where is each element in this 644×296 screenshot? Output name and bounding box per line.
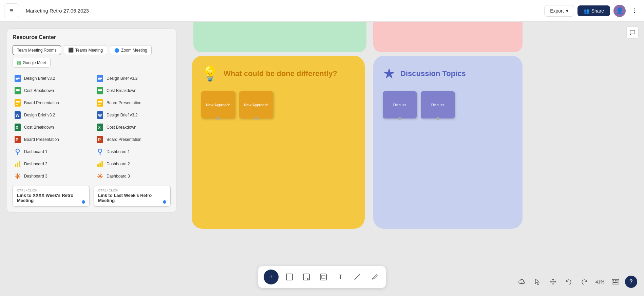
- list-item[interactable]: W Design Brief v3.2: [13, 110, 88, 121]
- link-xxxx-retro-button[interactable]: CTRL+CLICK Link to XXXX Week's Retro Mee…: [13, 186, 90, 207]
- help-icon: ?: [629, 279, 633, 285]
- excel-icon: X: [14, 124, 21, 131]
- chevron-down-icon: ▾: [566, 8, 568, 14]
- share-button[interactable]: 👥 Share: [577, 5, 610, 16]
- sticky-note-dot: [217, 117, 220, 120]
- list-item[interactable]: Design Brief v3.2: [13, 73, 88, 84]
- cloud-icon: [518, 279, 526, 285]
- docs-icon: [14, 75, 21, 82]
- file-name: Cost Breakdown: [107, 88, 136, 93]
- svg-rect-67: [615, 280, 616, 281]
- file-name: Dashboard 1: [107, 149, 130, 154]
- canvas[interactable]: Resource Center Team Meeting Rooms ⬛ Tea…: [0, 22, 644, 296]
- line-tool-button[interactable]: [351, 271, 363, 283]
- file-name: Dashboard 2: [107, 162, 130, 166]
- more-icon: ⋮: [632, 7, 637, 14]
- resource-tabs: Team Meeting Rooms ⬛ Teams Meeting ⬤ Zoo…: [13, 45, 171, 68]
- tab-zoom-meeting[interactable]: ⬤ Zoom Meeting: [110, 45, 152, 55]
- list-item[interactable]: Dashboard 2: [13, 159, 88, 169]
- discuss-note[interactable]: Discuss: [421, 91, 455, 118]
- move-tool-button[interactable]: [547, 276, 559, 288]
- svg-point-36: [16, 149, 19, 152]
- svg-rect-69: [613, 282, 618, 283]
- more-menu-button[interactable]: ⋮: [629, 5, 640, 16]
- redo-button[interactable]: [578, 276, 590, 288]
- bulb-icon: 💡: [201, 65, 219, 82]
- svg-rect-41: [17, 163, 18, 167]
- help-button[interactable]: ?: [625, 276, 637, 288]
- text-tool-icon: T: [339, 274, 342, 280]
- link-label: Link to XXXX Week's Retro Meeting: [17, 193, 85, 203]
- list-item[interactable]: Dashboard 3: [95, 171, 171, 182]
- list-item[interactable]: Cost Breakdown: [13, 85, 88, 96]
- file-name: Dashboard 3: [107, 174, 130, 179]
- tab-label: Zoom Meeting: [121, 48, 147, 53]
- tab-google-meet[interactable]: ▦ Google Meet: [13, 58, 51, 68]
- slides-icon: [96, 99, 104, 107]
- document-title: Marketing Retro 27.06.2023: [22, 6, 92, 16]
- file-name: Dashboard 1: [24, 149, 48, 154]
- export-label: Export: [550, 8, 564, 14]
- ppt-icon: P: [96, 136, 104, 143]
- doc-title-area: Marketing Retro 27.06.2023: [22, 6, 541, 16]
- list-item[interactable]: X Cost Breakdown: [13, 122, 88, 133]
- chat-icon: [629, 30, 636, 36]
- keyboard-shortcuts-button[interactable]: [609, 276, 622, 288]
- chat-icon-button[interactable]: [626, 26, 639, 39]
- svg-rect-10: [16, 90, 20, 91]
- undo-button[interactable]: [563, 276, 575, 288]
- list-item[interactable]: Dashboard 3: [13, 171, 88, 182]
- list-item[interactable]: Board Presentation: [95, 97, 171, 108]
- avatar[interactable]: 👤: [613, 5, 626, 17]
- list-item[interactable]: X Cost Breakdown: [95, 122, 171, 133]
- list-item[interactable]: Dashboard 2: [95, 159, 171, 169]
- svg-rect-44: [99, 163, 101, 167]
- share-icon: 👥: [584, 8, 589, 14]
- sticky-note[interactable]: New Approach: [201, 91, 235, 118]
- list-item[interactable]: Dashboard 1: [13, 146, 88, 157]
- svg-rect-5: [98, 77, 102, 77]
- slides-icon: [14, 99, 21, 107]
- svg-rect-19: [16, 104, 18, 105]
- pen-tool-button[interactable]: [368, 271, 380, 283]
- add-button[interactable]: +: [264, 270, 279, 284]
- star-icon: ★: [383, 65, 396, 82]
- svg-rect-17: [16, 101, 20, 102]
- rectangle-tool-button[interactable]: [283, 271, 296, 283]
- hamburger-button[interactable]: ☰: [4, 3, 19, 18]
- sticky-note-tool-button[interactable]: [300, 271, 312, 283]
- file-name: Design Brief v3.2: [107, 76, 137, 81]
- tab-team-meeting-rooms[interactable]: Team Meeting Rooms: [13, 45, 61, 55]
- list-item[interactable]: Board Presentation: [13, 97, 88, 108]
- move-icon: [550, 278, 556, 285]
- export-button[interactable]: Export ▾: [544, 5, 574, 17]
- pointer-tool-button[interactable]: [531, 276, 544, 288]
- tab-teams-meeting[interactable]: ⬛ Teams Meeting: [64, 45, 107, 55]
- list-item[interactable]: W Design Brief v3.2: [95, 110, 171, 121]
- zoom-level: 41%: [594, 279, 606, 284]
- discuss-note-label: Discuss: [393, 103, 406, 107]
- svg-rect-13: [98, 89, 102, 90]
- cloud-save-button[interactable]: [516, 276, 528, 288]
- text-tool-button[interactable]: T: [334, 271, 346, 283]
- sticky-note[interactable]: New Approach: [239, 91, 273, 118]
- hamburger-icon: ☰: [10, 8, 14, 13]
- link-last-retro-button[interactable]: CTRL+CLICK Link to Last Week's Retro Mee…: [94, 186, 171, 207]
- list-item[interactable]: Design Brief v3.2: [95, 73, 171, 84]
- keyboard-icon: [612, 279, 619, 284]
- tab-label: Team Meeting Rooms: [17, 48, 57, 53]
- frame-tool-button[interactable]: [317, 271, 329, 283]
- line-icon: [354, 273, 361, 281]
- zoom-icon: ⬤: [114, 48, 119, 53]
- discuss-note[interactable]: Discuss: [383, 91, 417, 118]
- list-item[interactable]: Cost Breakdown: [95, 85, 171, 96]
- resource-center-panel: Resource Center Team Meeting Rooms ⬛ Tea…: [7, 29, 176, 212]
- file-name: Cost Breakdown: [24, 88, 54, 93]
- list-item[interactable]: P Board Presentation: [13, 134, 88, 145]
- list-item[interactable]: P Board Presentation: [95, 134, 171, 145]
- pen-icon: [371, 273, 378, 281]
- svg-rect-3: [16, 79, 18, 80]
- blue-card-discussion: ★ Discussion Topics Discuss Discuss: [373, 56, 523, 229]
- list-item[interactable]: Dashboard 1: [95, 146, 171, 157]
- file-name: Board Presentation: [107, 137, 141, 142]
